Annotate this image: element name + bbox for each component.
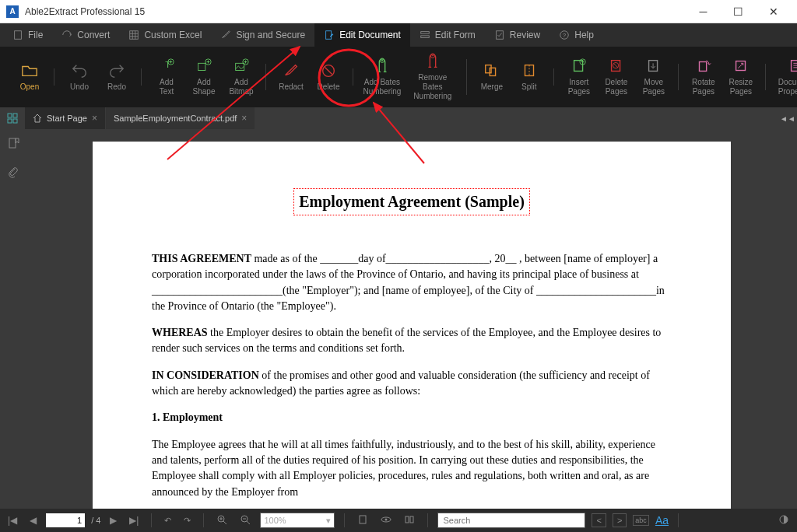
menu-sign-secure-label: Sign and Secure [236, 30, 305, 40]
svg-point-63 [385, 519, 388, 521]
undo-button[interactable]: Undo [62, 59, 97, 95]
last-page-button[interactable]: ▶| [126, 515, 142, 526]
bookmarks-icon[interactable] [7, 137, 19, 152]
remove-bates-button[interactable]: Remove Bates Numbering [406, 50, 459, 104]
split-label: Split [521, 82, 536, 92]
rotate-pages-label: Rotate Pages [692, 78, 714, 96]
svg-rect-43 [699, 62, 706, 72]
menu-convert[interactable]: Convert [52, 23, 119, 47]
abc-toggle[interactable]: abc [633, 515, 649, 526]
expand-tabs-button[interactable]: ◄◄ [778, 107, 797, 129]
zoom-in-button[interactable] [213, 514, 230, 527]
split-button[interactable]: Split [512, 59, 546, 95]
doc-section-heading: 1. Employment [152, 410, 672, 425]
zoom-out-button[interactable] [237, 514, 254, 527]
svg-rect-7 [421, 32, 430, 34]
menu-review-label: Review [510, 30, 540, 40]
document-viewport[interactable]: Employment Agreement (Sample) THIS AGREE… [26, 129, 797, 509]
first-page-button[interactable]: |◀ [5, 515, 20, 526]
tab-start-label: Start Page [47, 114, 87, 123]
redact-button[interactable]: Redact [274, 59, 308, 95]
add-bitmap-label: Add Bitmap [229, 78, 253, 96]
redo-button[interactable]: Redo [100, 59, 134, 95]
edit-doc-icon [324, 30, 335, 40]
tab-document[interactable]: SampleEmploymentContract.pdf × [106, 107, 255, 129]
excel-icon [128, 30, 139, 40]
thumbnails-toggle[interactable] [0, 107, 25, 129]
svg-rect-51 [8, 119, 12, 123]
menu-file[interactable]: File [3, 23, 52, 47]
rotate-ccw-button[interactable]: ↶ [161, 516, 174, 526]
undo-icon [71, 62, 88, 79]
svg-rect-16 [198, 63, 205, 70]
contrast-button[interactable] [775, 514, 792, 527]
menu-review[interactable]: Review [485, 23, 549, 47]
add-bates-button[interactable]: Add Bates Numbering [361, 54, 403, 100]
insert-pages-icon [571, 58, 588, 75]
merge-icon [483, 62, 500, 79]
resize-icon [732, 58, 750, 75]
next-page-button[interactable]: ▶ [107, 515, 120, 526]
svg-text:?: ? [563, 32, 567, 39]
tab-start-page[interactable]: Start Page × [25, 107, 106, 129]
resize-pages-button[interactable]: Resize Pages [724, 54, 758, 100]
doc-properties-button[interactable]: Document Properties [774, 54, 797, 100]
menu-custom-excel[interactable]: Custom Excel [119, 23, 211, 47]
close-button[interactable]: ✕ [756, 0, 791, 23]
sign-icon [220, 30, 231, 40]
merge-button[interactable]: Merge [475, 59, 509, 95]
page-total: / 4 [91, 516, 100, 525]
menu-edit-document[interactable]: Edit Document [314, 23, 410, 47]
help-icon: ? [559, 30, 570, 40]
prev-page-button[interactable]: ◀ [26, 515, 40, 526]
properties-icon [788, 58, 797, 75]
delete-pages-icon [608, 58, 625, 75]
svg-rect-49 [8, 114, 12, 117]
view-mode-1-button[interactable] [354, 514, 371, 527]
redact-icon [283, 62, 300, 79]
svg-rect-64 [406, 516, 409, 523]
move-pages-icon [645, 58, 662, 75]
rotate-pages-button[interactable]: Rotate Pages [686, 54, 721, 100]
view-mode-2-button[interactable] [377, 514, 395, 527]
resize-pages-label: Resize Pages [729, 78, 753, 96]
ribbon: Open Undo Redo T Add Text Add Shape Add … [0, 47, 797, 107]
delete-pages-label: Delete Pages [605, 78, 627, 96]
add-text-button[interactable]: T Add Text [149, 54, 184, 100]
maximize-button[interactable]: ☐ [721, 0, 756, 23]
attachments-icon[interactable] [7, 166, 19, 182]
menu-help[interactable]: ? Help [549, 23, 603, 47]
svg-rect-6 [326, 31, 332, 40]
svg-rect-8 [421, 36, 430, 38]
svg-rect-20 [236, 63, 244, 70]
menu-custom-excel-label: Custom Excel [144, 30, 202, 40]
window-title: Able2Extract Professional 15 [25, 6, 686, 17]
search-prev-button[interactable]: < [592, 513, 606, 527]
insert-pages-button[interactable]: Insert Pages [562, 54, 596, 100]
delete-button[interactable]: Delete [311, 59, 346, 95]
rotate-cw-button[interactable]: ↷ [181, 516, 194, 526]
zoom-select[interactable]: 100%▾ [260, 513, 335, 528]
svg-line-55 [223, 521, 226, 524]
menu-edit-form[interactable]: Edit Form [410, 23, 485, 47]
menu-sign-secure[interactable]: Sign and Secure [211, 23, 314, 47]
add-text-label: Add Text [160, 78, 174, 96]
svg-rect-1 [130, 31, 139, 40]
minimize-button[interactable]: ─ [686, 0, 721, 23]
open-button[interactable]: Open [12, 59, 47, 95]
search-next-button[interactable]: > [613, 513, 627, 527]
tab-close-icon[interactable]: × [241, 113, 247, 124]
svg-rect-0 [15, 31, 22, 40]
svg-rect-31 [486, 65, 491, 73]
add-shape-button[interactable]: Add Shape [187, 54, 221, 100]
move-pages-button[interactable]: Move Pages [637, 54, 671, 100]
text-settings-button[interactable]: Aa [655, 514, 669, 527]
page-number-input[interactable] [46, 513, 85, 527]
split-icon [521, 62, 538, 79]
view-mode-3-button[interactable] [401, 514, 418, 527]
document-page: Employment Agreement (Sample) THIS AGREE… [93, 142, 731, 509]
add-bitmap-button[interactable]: Add Bitmap [224, 54, 258, 100]
search-input[interactable] [437, 513, 585, 528]
delete-pages-button[interactable]: Delete Pages [599, 54, 634, 100]
tab-close-icon[interactable]: × [92, 113, 97, 124]
